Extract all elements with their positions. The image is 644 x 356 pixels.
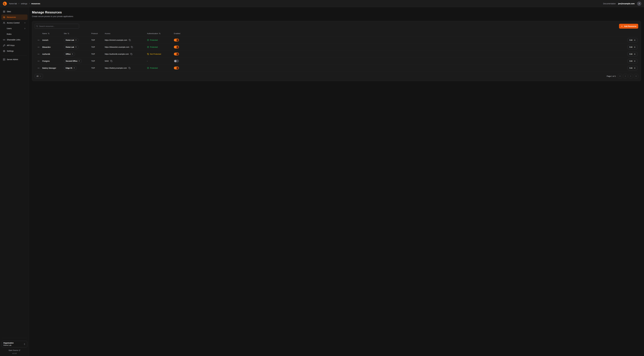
column-header-name[interactable]: Name xyxy=(42,32,64,34)
row-menu-button[interactable] xyxy=(37,60,40,63)
copy-button[interactable] xyxy=(131,46,133,48)
site-link-button[interactable]: Edge 01 xyxy=(64,66,77,70)
copy-button[interactable] xyxy=(128,67,131,69)
sidebar-item-resources[interactable]: Resources xyxy=(1,14,28,20)
server-icon xyxy=(3,58,5,61)
more-horizontal-icon xyxy=(38,60,40,62)
row-menu-button[interactable] xyxy=(37,38,40,42)
sidebar-item-label: API Keys xyxy=(7,44,15,46)
table-row: Battery Manager Edge 01 TCP https://batt… xyxy=(35,64,638,72)
auth-label: Protected xyxy=(150,67,158,69)
copy-icon xyxy=(128,67,130,69)
table-header-row: Name Site Protocol Access Authentication xyxy=(35,30,638,37)
sidebar-item-access-control[interactable]: Access Control xyxy=(1,20,28,26)
sidebar-item-api-keys[interactable]: API Keys xyxy=(1,43,28,48)
sidebar-item-sites[interactable]: Sites xyxy=(1,9,28,14)
enabled-toggle[interactable] xyxy=(174,39,179,42)
arrow-right-icon xyxy=(634,60,636,62)
enabled-toggle[interactable] xyxy=(174,60,179,62)
copy-button[interactable] xyxy=(110,60,113,62)
column-header-site[interactable]: Site xyxy=(64,32,91,34)
enabled-toggle[interactable] xyxy=(174,46,179,48)
chevron-down-icon xyxy=(24,22,26,24)
add-resource-button[interactable]: Add Resource xyxy=(619,24,638,28)
resource-name: Authentik xyxy=(42,53,64,55)
open-source-link[interactable]: Open Source xyxy=(8,350,20,351)
page-size-value: 20 xyxy=(36,75,38,77)
site-link-button[interactable]: Home Lab xyxy=(64,38,78,42)
breadcrumb: home-lab settings resources xyxy=(9,2,40,5)
row-menu-button[interactable] xyxy=(37,66,40,70)
arrow-up-right-icon xyxy=(73,67,75,69)
resource-protocol: TCP xyxy=(91,53,105,55)
copy-icon xyxy=(110,60,112,62)
arrow-right-icon xyxy=(634,53,636,55)
arrow-right-icon xyxy=(634,46,636,48)
external-link-icon xyxy=(19,350,20,351)
site-link-button[interactable]: Home Lab xyxy=(64,45,78,49)
previous-page-button[interactable] xyxy=(623,74,628,78)
resource-access: https://authentik.example.com xyxy=(105,53,129,55)
chevron-right-icon xyxy=(28,3,30,4)
sidebar-divider xyxy=(2,338,27,338)
sidebar-item-label: Settings xyxy=(7,50,14,52)
app-logo-icon[interactable] xyxy=(3,2,7,6)
resource-name: Battery Manager xyxy=(42,67,64,69)
row-menu-button[interactable] xyxy=(37,52,40,56)
last-page-button[interactable] xyxy=(634,74,638,78)
arrow-up-right-icon xyxy=(75,39,77,41)
chevrons-up-down-icon xyxy=(24,343,26,345)
resource-protocol: TCP xyxy=(91,67,105,69)
sidebar: Sites Resources Access Control Users Rol… xyxy=(0,7,29,356)
row-menu-button[interactable] xyxy=(37,46,40,49)
sidebar-item-label: Sites xyxy=(7,10,11,12)
arrow-up-right-icon xyxy=(75,46,77,48)
enabled-toggle[interactable] xyxy=(174,52,179,56)
page-info: Page 1 of 1 xyxy=(607,75,616,77)
organization-selector[interactable]: Organization Home Lab xyxy=(2,341,27,348)
search-input[interactable] xyxy=(35,24,79,28)
auth-status: Protected xyxy=(147,46,174,48)
edit-button[interactable]: Edit xyxy=(628,38,638,42)
sidebar-item-label: Server Admin xyxy=(7,58,18,60)
column-header-enabled: Enabled xyxy=(174,32,193,34)
auth-status: Protected xyxy=(147,67,174,69)
avatar[interactable]: J xyxy=(637,2,641,6)
edit-button[interactable]: Edit xyxy=(628,45,638,49)
column-header-authentication[interactable]: Authentication xyxy=(147,32,174,34)
copy-button[interactable] xyxy=(128,39,131,41)
first-page-button[interactable] xyxy=(618,74,622,78)
sidebar-item-users[interactable]: Users xyxy=(1,26,28,31)
page-size-select[interactable]: 20 xyxy=(35,74,43,78)
resource-protocol: TCP xyxy=(91,39,105,41)
auth-status: Protected xyxy=(147,39,174,41)
edit-button[interactable]: Edit xyxy=(628,66,638,70)
edit-button[interactable]: Edit xyxy=(628,59,638,63)
sidebar-item-roles[interactable]: Roles xyxy=(1,32,28,37)
sidebar-item-label: Resources xyxy=(7,16,16,18)
sort-icon xyxy=(48,32,50,34)
breadcrumb-org[interactable]: home-lab xyxy=(9,2,17,5)
avatar-initial: J xyxy=(639,2,640,4)
arrow-right-icon xyxy=(634,39,636,41)
copy-button[interactable] xyxy=(130,53,133,55)
sidebar-item-server-admin[interactable]: Server Admin xyxy=(1,57,28,62)
resource-protocol: TCP xyxy=(91,60,105,62)
copy-icon xyxy=(130,53,132,55)
documentation-link[interactable]: Documentation xyxy=(603,2,616,5)
shield-check-icon xyxy=(147,46,149,48)
sidebar-item-settings[interactable]: Settings xyxy=(1,48,28,54)
resource-access: 5432 xyxy=(105,60,109,62)
sidebar-item-shareable-links[interactable]: Shareable Links xyxy=(1,37,28,42)
main-content: Manage Resources Create secure proxies t… xyxy=(29,7,644,356)
site-link-button[interactable]: Second Office xyxy=(64,59,82,63)
open-source-label: Open Source xyxy=(8,350,18,351)
site-link-button[interactable]: Office xyxy=(64,52,75,56)
next-page-button[interactable] xyxy=(628,74,633,78)
arrow-up-right-icon xyxy=(78,60,80,62)
breadcrumb-settings[interactable]: settings xyxy=(21,2,27,5)
edit-button[interactable]: Edit xyxy=(628,52,638,56)
resource-name: Immich xyxy=(42,39,64,41)
enabled-toggle[interactable] xyxy=(174,66,179,70)
gear-icon xyxy=(3,50,5,52)
